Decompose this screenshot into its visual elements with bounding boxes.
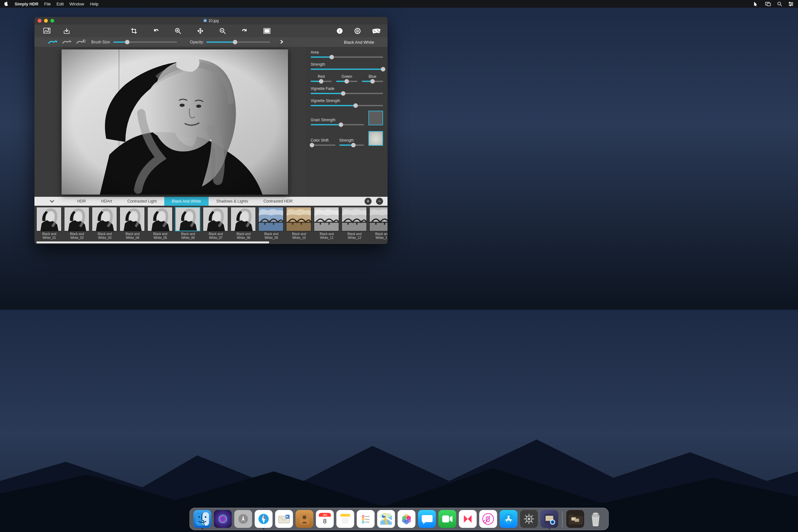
compare-original-button[interactable] — [263, 28, 270, 34]
category-tab-black-and-white[interactable]: Black And White — [164, 197, 209, 206]
preset-thumb[interactable]: Black andWhite_11 — [314, 207, 340, 240]
preset-label: White_03 — [92, 236, 118, 240]
preset-thumb[interactable]: Black andWhite_08 — [231, 207, 256, 240]
zoom-in-button[interactable] — [175, 28, 181, 34]
svg-point-28 — [374, 30, 375, 31]
color-shift-slider[interactable] — [311, 145, 336, 146]
vignette-strength-slider[interactable] — [311, 105, 383, 106]
category-tab-contrasted-light[interactable]: Contrasted Light — [120, 197, 164, 206]
category-tab-hdr[interactable]: HDR — [70, 197, 93, 206]
fit-pan-button[interactable] — [197, 28, 204, 34]
brush-size-slider[interactable] — [113, 41, 177, 43]
preset-thumb[interactable]: Black andWhite_01 — [36, 207, 62, 240]
category-tab-contrasted-hdr[interactable]: Contrasted HDR — [256, 197, 301, 206]
grain-strength-label: Grain Strength — [311, 118, 364, 122]
preset-thumb[interactable]: Black andWhite_12 — [342, 207, 367, 240]
preset-label: Black and — [342, 232, 367, 236]
preset-label: White_12 — [342, 236, 367, 240]
cs-strength-label: Strength — [339, 138, 364, 142]
preset-label: White_02 — [64, 236, 90, 240]
panel-title: Black And White — [344, 40, 374, 45]
preset-label: Black and — [120, 232, 146, 236]
preset-thumb[interactable]: Black andWhite_05 — [147, 207, 173, 240]
preset-thumb[interactable]: Black andWhite_10 — [286, 207, 312, 240]
menu-window[interactable]: Window — [70, 2, 84, 6]
brush-tool-3[interactable] — [76, 40, 86, 45]
red-slider[interactable] — [311, 81, 332, 82]
crop-button[interactable] — [131, 28, 137, 34]
preset-scrollbar[interactable] — [36, 242, 269, 243]
add-preset-button[interactable]: + — [364, 198, 372, 205]
brush-subbar: Brush Size: Opacity: Black And White — [35, 37, 387, 47]
menu-help[interactable]: Help — [90, 2, 98, 6]
svg-rect-73 — [342, 222, 366, 231]
grain-strength-slider[interactable] — [311, 124, 364, 125]
app-name[interactable]: Simply HDR — [15, 2, 38, 6]
svg-rect-58 — [259, 222, 283, 231]
open-image-button[interactable] — [43, 28, 51, 34]
svg-rect-40 — [61, 50, 288, 194]
category-tab-shadows-lights[interactable]: Shadows & Lights — [209, 197, 256, 206]
close-window-button[interactable] — [38, 19, 41, 23]
undo-button[interactable] — [153, 28, 159, 34]
random-dice-button[interactable] — [372, 28, 380, 34]
preset-label: White_08 — [231, 236, 256, 240]
preset-label: Black and — [175, 232, 201, 236]
menu-edit[interactable]: Edit — [56, 2, 63, 6]
svg-point-12 — [48, 29, 49, 30]
preset-thumb[interactable]: Black andWhite_02 — [64, 207, 90, 240]
strength-slider[interactable] — [311, 69, 383, 70]
redo-button[interactable] — [242, 28, 247, 34]
brush-tool-2[interactable] — [62, 40, 72, 45]
menu-file[interactable]: File — [44, 2, 51, 6]
green-slider[interactable] — [336, 81, 357, 82]
zoom-out-button[interactable] — [220, 28, 226, 34]
save-export-button[interactable] — [63, 28, 70, 34]
svg-point-46 — [102, 212, 110, 222]
opacity-slider[interactable] — [206, 41, 270, 43]
preset-thumb[interactable]: Black andWhite_07 — [203, 207, 229, 240]
preset-label: White_13 — [369, 236, 387, 240]
minimize-window-button[interactable] — [44, 19, 48, 23]
preset-label: Black and — [64, 232, 90, 236]
preset-thumb[interactable]: Black andWhite_09 — [258, 207, 284, 240]
cs-strength-slider[interactable] — [339, 145, 364, 146]
preset-strip[interactable]: Black andWhite_01Black andWhite_02Black … — [35, 206, 387, 244]
window-title: 10.jpg — [35, 19, 387, 23]
blue-label: Blue — [362, 74, 383, 79]
remove-preset-button[interactable]: − — [376, 198, 383, 205]
brush-tool-1[interactable] — [48, 40, 57, 45]
apple-menu-icon[interactable] — [4, 1, 9, 6]
preset-thumb[interactable]: Black andWhite_03 — [92, 207, 118, 240]
category-disclosure[interactable] — [35, 197, 70, 206]
area-label: Area — [311, 50, 383, 55]
grain-swatch[interactable] — [368, 111, 383, 125]
blue-slider[interactable] — [362, 81, 383, 82]
area-slider[interactable] — [311, 56, 383, 58]
category-tab-hdart[interactable]: HDArt — [93, 197, 120, 206]
info-button[interactable]: i — [337, 28, 343, 34]
preset-label: Black and — [203, 232, 229, 236]
titlebar[interactable]: 10.jpg — [35, 17, 387, 24]
texture-swatch[interactable] — [368, 131, 383, 146]
preset-label: Black and — [369, 232, 387, 236]
settings-button[interactable] — [354, 28, 361, 34]
preset-label: White_05 — [147, 236, 173, 240]
expand-subbar-button[interactable] — [280, 40, 284, 45]
svg-rect-63 — [286, 222, 311, 231]
preset-thumb[interactable]: Black andWhite_06 — [175, 207, 201, 240]
svg-point-48 — [130, 212, 137, 222]
preset-label: White_04 — [120, 236, 146, 240]
canvas-area[interactable] — [35, 47, 306, 197]
svg-point-54 — [213, 212, 221, 222]
svg-point-31 — [378, 31, 379, 32]
preset-thumb[interactable]: Black andWhite_13 — [369, 207, 387, 240]
brush-size-label: Brush Size: — [91, 40, 111, 44]
preset-thumb[interactable]: Black andWhite_04 — [120, 207, 146, 240]
vignette-fade-label: Vignette Fade — [311, 87, 383, 91]
svg-rect-11 — [44, 28, 50, 33]
preset-label: White_06 — [175, 236, 201, 240]
fullscreen-window-button[interactable] — [51, 19, 54, 23]
vignette-fade-slider[interactable] — [311, 93, 383, 94]
preset-label: White_11 — [314, 236, 340, 240]
